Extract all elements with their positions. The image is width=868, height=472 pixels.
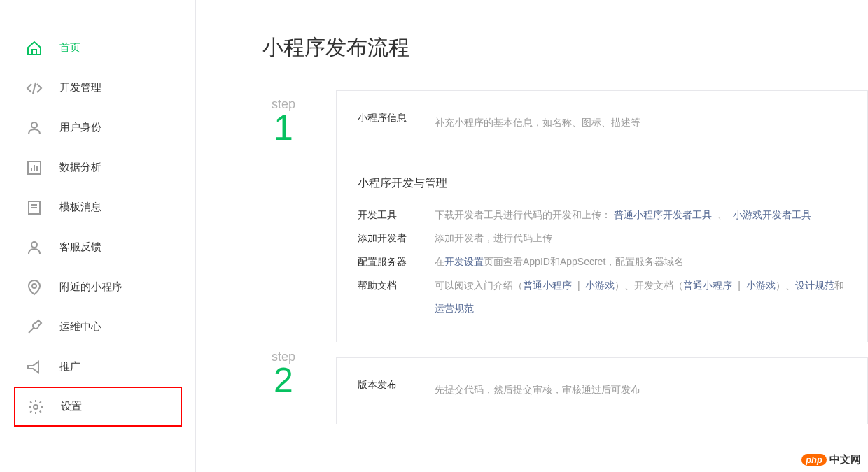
link-game-devtool[interactable]: 小游戏开发者工具 xyxy=(733,209,811,220)
step-indicator-1: step 1 xyxy=(262,97,304,145)
watermark-text: 中文网 xyxy=(830,453,861,466)
sidebar-item-label: 首页 xyxy=(59,41,80,55)
link-ops-spec[interactable]: 运营规范 xyxy=(435,303,474,314)
separator: 、 xyxy=(718,209,730,220)
row-text: ）、开发文档（ xyxy=(615,280,683,291)
location-icon xyxy=(24,278,44,297)
megaphone-icon xyxy=(24,357,44,377)
row-label: 帮助文档 xyxy=(358,274,435,321)
sidebar-item-label: 用户身份 xyxy=(59,121,102,134)
sidebar-item-analytics[interactable]: 数据分析 xyxy=(14,148,195,187)
template-icon xyxy=(24,198,44,217)
row-text: 可以阅读入门介绍（ xyxy=(435,280,523,291)
row-label: 添加开发者 xyxy=(358,227,435,250)
row-text: 页面查看AppID和AppSecret，配置服务器域名 xyxy=(484,256,684,267)
step2-card: 版本发布 先提交代码，然后提交审核，审核通过后可发布 xyxy=(336,357,868,424)
sidebar-item-dev[interactable]: 开发管理 xyxy=(14,68,195,108)
watermark: php 中文网 xyxy=(802,453,861,466)
divider xyxy=(358,155,846,155)
link-intro-game[interactable]: 小游戏 xyxy=(585,280,615,291)
sidebar-item-ops[interactable]: 运维中心 xyxy=(14,307,195,347)
row-server: 配置服务器 在开发设置页面查看AppID和AppSecret，配置服务器域名 xyxy=(337,250,867,274)
svg-point-0 xyxy=(31,122,37,128)
step-indicator-2: step 2 xyxy=(262,350,304,398)
sidebar-item-label: 开发管理 xyxy=(59,81,102,94)
svg-point-3 xyxy=(31,242,37,248)
section-desc: 补充小程序的基本信息，如名称、图标、描述等 xyxy=(435,112,846,134)
row-text: 添加开发者，进行代码上传 xyxy=(435,227,846,250)
link-devdoc-game[interactable]: 小游戏 xyxy=(746,280,776,291)
row-docs: 帮助文档 可以阅读入门介绍（普通小程序 | 小游戏）、开发文档（普通小程序 | … xyxy=(337,274,867,321)
chart-icon xyxy=(24,158,44,178)
sidebar-item-label: 附近的小程序 xyxy=(59,280,122,294)
separator: | xyxy=(575,280,582,291)
sidebar-item-label: 客服反馈 xyxy=(59,241,102,254)
svg-point-4 xyxy=(32,284,36,288)
headset-icon xyxy=(24,238,44,257)
section-desc: 先提交代码，然后提交审核，审核通过后可发布 xyxy=(435,379,846,401)
sidebar-item-service[interactable]: 客服反馈 xyxy=(14,227,195,267)
row-label: 配置服务器 xyxy=(358,250,435,274)
section-title: 版本发布 xyxy=(358,379,435,401)
sidebar-item-settings[interactable]: 设置 xyxy=(14,387,182,427)
row-tools: 开发工具 下载开发者工具进行代码的开发和上传： 普通小程序开发者工具 、 小游戏… xyxy=(337,203,867,227)
dev-section-title: 小程序开发与管理 xyxy=(358,176,846,191)
sidebar-item-template[interactable]: 模板消息 xyxy=(14,187,195,227)
code-icon xyxy=(24,78,44,98)
step-number: 2 xyxy=(262,363,304,398)
sidebar-item-label: 数据分析 xyxy=(59,161,102,174)
sidebar-item-nearby[interactable]: 附近的小程序 xyxy=(14,267,195,307)
sidebar-item-label: 运维中心 xyxy=(59,320,102,334)
link-devdoc-mp[interactable]: 普通小程序 xyxy=(683,280,732,291)
link-design-spec[interactable]: 设计规范 xyxy=(795,280,834,291)
row-text: 和 xyxy=(834,280,844,291)
wrench-icon xyxy=(24,317,44,337)
sidebar: 首页 开发管理 用户身份 数据分析 模板消息 xyxy=(0,0,196,472)
row-text: 下载开发者工具进行代码的开发和上传： xyxy=(435,209,611,220)
sidebar-item-label: 设置 xyxy=(61,400,82,413)
row-add-dev: 添加开发者 添加开发者，进行代码上传 xyxy=(337,227,867,250)
watermark-badge: php xyxy=(802,454,827,466)
row-label: 开发工具 xyxy=(358,203,435,227)
section-title: 小程序信息 xyxy=(358,112,435,134)
sidebar-item-label: 模板消息 xyxy=(59,201,102,214)
page-title: 小程序发布流程 xyxy=(262,34,868,62)
step1-card: 小程序信息 补充小程序的基本信息，如名称、图标、描述等 小程序开发与管理 开发工… xyxy=(336,90,868,342)
main-content: 小程序发布流程 step 1 step 2 小程序信息 补充小程序的基 xyxy=(196,0,868,472)
user-icon xyxy=(24,118,44,138)
separator: | xyxy=(735,280,743,291)
svg-point-5 xyxy=(34,405,38,409)
step-number: 1 xyxy=(262,110,304,145)
link-intro-mp[interactable]: 普通小程序 xyxy=(523,280,572,291)
sidebar-item-label: 推广 xyxy=(59,360,80,373)
link-dev-settings[interactable]: 开发设置 xyxy=(444,256,484,267)
home-icon xyxy=(24,38,44,58)
sidebar-item-home[interactable]: 首页 xyxy=(14,28,195,68)
row-text: ）、 xyxy=(776,280,795,291)
sidebar-item-user[interactable]: 用户身份 xyxy=(14,108,195,148)
gear-icon xyxy=(26,397,46,417)
link-mp-devtool[interactable]: 普通小程序开发者工具 xyxy=(614,209,712,220)
sidebar-item-promo[interactable]: 推广 xyxy=(14,347,195,387)
row-text: 在 xyxy=(435,256,444,267)
